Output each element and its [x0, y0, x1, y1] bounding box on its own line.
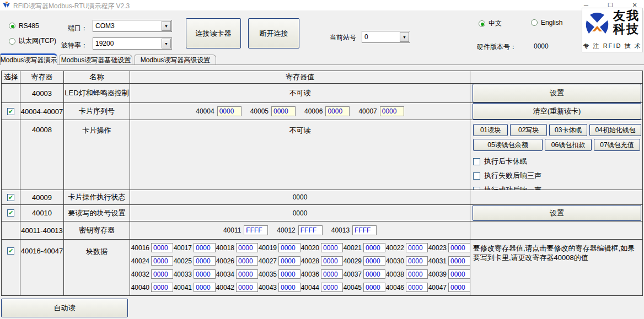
radio-english[interactable]: English [531, 19, 562, 26]
option-checkbox-row[interactable]: 执行后卡休眠 [473, 156, 641, 166]
row-40009-select [2, 190, 20, 205]
read-wallet-balance-button[interactable]: 05读钱包余额 [473, 139, 543, 151]
row-40009-name: 卡片操作执行状态 [64, 190, 130, 205]
register-value-input[interactable] [406, 256, 428, 266]
wallet-debit-button[interactable]: 06钱包扣款 [545, 139, 592, 151]
tab-modbus-advanced-settings[interactable]: Modbus读写器高级设置 [135, 55, 216, 65]
read-block-button[interactable]: 01读块 [473, 124, 508, 136]
row-40016-checkbox[interactable] [7, 247, 14, 255]
header-value: 寄存器值 [130, 71, 470, 84]
register-value-input[interactable] [151, 256, 173, 266]
register-number: 40045 [343, 284, 362, 291]
register-value-input[interactable] [151, 243, 173, 252]
register-value-input[interactable] [448, 243, 470, 252]
card-halt-button[interactable]: 03卡休眠 [549, 124, 587, 136]
register-value-input[interactable] [363, 243, 385, 252]
register-field: 40033 [173, 269, 216, 279]
chevron-down-icon[interactable]: ▼ [400, 32, 409, 42]
register-value-input[interactable] [325, 106, 350, 116]
row-40003-select [2, 84, 20, 103]
register-field: 40018 [216, 243, 258, 252]
row-40010-checkbox[interactable] [7, 209, 14, 217]
radio-rs485[interactable]: RS485 [9, 22, 39, 30]
row-40009-register: 40009 [20, 190, 64, 205]
radio-ethernet[interactable]: 以太网(TCP) [9, 36, 56, 46]
row-40003-name: LED灯和蜂鸣器控制 [64, 84, 130, 103]
radio-chinese[interactable]: 中文 [479, 19, 502, 28]
register-value-input[interactable] [448, 256, 470, 266]
register-value-input[interactable] [278, 269, 300, 279]
register-value-input[interactable] [321, 269, 343, 279]
tab-modbus-demo[interactable]: Modbus读写器演示 [0, 53, 57, 65]
bottom-bar: 自动读 [0, 296, 644, 319]
set-40010-button[interactable]: 设置 [473, 205, 641, 221]
station-combo[interactable]: 0 ▼ [362, 31, 410, 43]
write-block-button[interactable]: 02写块 [510, 124, 547, 136]
option-checkbox[interactable] [473, 158, 480, 165]
register-value-input[interactable] [194, 243, 216, 252]
block-data-grid: 40016 40017 40018 40019 40020 40021 4002… [130, 243, 470, 292]
register-value-input[interactable] [236, 256, 258, 266]
register-value-input[interactable] [151, 269, 173, 279]
register-value-input[interactable] [236, 243, 258, 252]
row-40016-register: 40016-40047 [20, 240, 64, 295]
chevron-down-icon[interactable]: ▼ [162, 21, 171, 31]
register-number: 40047 [428, 284, 447, 291]
register-value-input[interactable] [380, 106, 404, 116]
set-40003-button[interactable]: 设置 [473, 84, 641, 102]
row-40010-select [2, 205, 20, 221]
register-number: 40046 [385, 284, 404, 291]
disconnect-button[interactable]: 断开连接 [248, 18, 299, 48]
register-field: 40025 [173, 256, 216, 266]
radio-rs485-dot [9, 23, 15, 29]
register-value-input[interactable] [278, 243, 300, 252]
auto-read-button[interactable]: 自动读 [1, 299, 128, 317]
register-value-input[interactable] [271, 106, 296, 116]
row-40009-checkbox[interactable] [7, 194, 14, 201]
register-value-input[interactable] [363, 256, 385, 266]
register-field: 40037 [343, 269, 385, 279]
register-value-input[interactable] [448, 283, 470, 292]
register-value-input[interactable] [194, 283, 216, 292]
option-checkbox[interactable] [473, 172, 480, 180]
register-value-input[interactable] [151, 283, 173, 292]
init-wallet-button[interactable]: 04初始化钱包 [589, 124, 641, 136]
port-combo[interactable]: COM3 ▼ [93, 20, 172, 32]
register-number: 40012 [277, 226, 295, 234]
option-checkbox-row[interactable]: 执行成功后响一声 [473, 185, 641, 190]
register-value-input[interactable] [278, 283, 300, 292]
register-value-input[interactable] [321, 256, 343, 266]
chevron-down-icon[interactable]: ▼ [162, 39, 171, 48]
row-40004-register: 40004-40007 [20, 103, 64, 120]
register-value-input[interactable] [194, 269, 216, 279]
option-checkbox-row[interactable]: 执行失败后响三声 [473, 171, 641, 181]
row-40011-action [470, 221, 642, 240]
clear-reread-button[interactable]: 清空(重新读卡) [473, 103, 641, 120]
register-value-input[interactable] [448, 269, 470, 279]
wallet-recharge-button[interactable]: 07钱包充值 [594, 139, 640, 151]
connect-button[interactable]: 连接读卡器 [186, 18, 241, 48]
register-value-input[interactable] [298, 225, 323, 235]
register-value-input[interactable] [363, 283, 385, 292]
register-value-input[interactable] [406, 243, 428, 252]
tab-modbus-basic-settings[interactable]: Modbus读写器基础设置 [60, 55, 132, 65]
register-value-input[interactable] [321, 243, 343, 252]
register-number: 40022 [385, 244, 404, 252]
register-value-input[interactable] [194, 256, 216, 266]
register-value-input[interactable] [406, 269, 428, 279]
baud-value: 19200 [93, 40, 162, 47]
register-value-input[interactable] [217, 106, 242, 116]
register-value-input[interactable] [363, 269, 385, 279]
register-value-input[interactable] [278, 256, 300, 266]
register-value-input[interactable] [352, 225, 377, 235]
row-40011-name: 密钥寄存器 [64, 221, 130, 240]
row-40004-checkbox[interactable] [7, 108, 14, 115]
baud-combo[interactable]: 19200 ▼ [93, 37, 172, 50]
register-value-input[interactable] [406, 283, 428, 292]
port-value: COM3 [93, 22, 162, 30]
register-value-input[interactable] [236, 269, 258, 279]
register-value-input[interactable] [244, 225, 268, 235]
register-field: 40027 [258, 256, 300, 266]
register-value-input[interactable] [236, 283, 258, 292]
register-value-input[interactable] [321, 283, 343, 292]
